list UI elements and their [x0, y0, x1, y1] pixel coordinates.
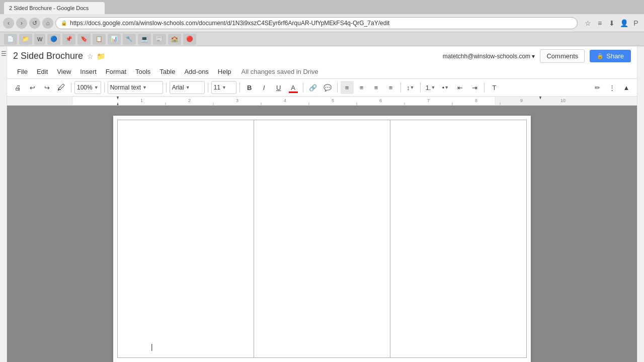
menubar: File Edit View Insert Format Tools Table…: [13, 65, 631, 78]
browser-tab[interactable]: 2 Sided Brochure - Google Docs: [4, 2, 105, 14]
nav-back-button[interactable]: ‹: [3, 18, 14, 29]
bookmark-13[interactable]: 🔴: [183, 34, 196, 45]
underline-button[interactable]: U: [272, 81, 285, 94]
menu-view[interactable]: View: [53, 66, 75, 77]
zoom-select[interactable]: 100% ▼: [74, 81, 101, 94]
right-scrollbar[interactable]: [637, 46, 644, 362]
align-justify-button[interactable]: ≡: [384, 81, 397, 94]
bookmark-8[interactable]: 📊: [108, 34, 121, 45]
svg-text:5: 5: [332, 98, 334, 103]
toolbar-divider-4: [208, 82, 208, 93]
comments-button[interactable]: Comments: [540, 49, 585, 63]
bookmark-9[interactable]: 🔧: [123, 34, 136, 45]
user-email[interactable]: matetchh@winslow-schools.com ▾: [443, 53, 535, 60]
favorite-icon[interactable]: ☆: [87, 52, 94, 60]
menu-tools[interactable]: Tools: [131, 66, 154, 77]
insert-link-button[interactable]: 🔗: [306, 81, 319, 94]
bookmark-2[interactable]: 📁: [19, 34, 32, 45]
browser-menu-icon[interactable]: ≡: [595, 18, 605, 28]
font-size-select[interactable]: 11 ▼: [211, 81, 236, 94]
style-select[interactable]: Normal text ▼: [108, 81, 163, 94]
line-spacing-button[interactable]: ↕▼: [404, 81, 417, 94]
bookmark-10[interactable]: 💻: [138, 34, 151, 45]
sidebar-menu-icon[interactable]: ☰: [0, 46, 7, 61]
svg-text:2: 2: [188, 98, 191, 103]
print-button[interactable]: 🖨: [11, 81, 24, 94]
drive-folder-icon[interactable]: 📁: [97, 52, 105, 60]
nav-home-button[interactable]: ⌂: [42, 18, 53, 29]
menu-format[interactable]: Format: [102, 66, 130, 77]
address-bar[interactable]: 🔒 https://docs.google.com/a/winslow-scho…: [55, 17, 578, 29]
bookmark-3[interactable]: W: [34, 34, 45, 45]
menu-insert[interactable]: Insert: [76, 66, 101, 77]
bookmark-1[interactable]: 📄: [4, 34, 17, 45]
font-arrow-icon: ▼: [186, 85, 190, 90]
menu-file[interactable]: File: [13, 66, 32, 77]
document-table[interactable]: [117, 120, 527, 358]
bullet-list-button[interactable]: •▼: [439, 81, 452, 94]
indent-increase-button[interactable]: ⇥: [468, 81, 481, 94]
svg-text:3: 3: [236, 98, 238, 103]
text-color-button[interactable]: A: [287, 81, 300, 94]
menu-edit[interactable]: Edit: [33, 66, 52, 77]
align-center-button[interactable]: ≡: [355, 81, 368, 94]
document-page[interactable]: |: [113, 116, 531, 362]
table-cell-2[interactable]: [254, 120, 390, 358]
bookmark-star-icon[interactable]: ☆: [583, 18, 593, 28]
svg-text:7: 7: [427, 98, 430, 103]
undo-button[interactable]: ↩: [26, 81, 39, 94]
svg-text:6: 6: [379, 98, 382, 103]
ssl-icon: 🔒: [61, 20, 67, 26]
table-cell-3[interactable]: [390, 120, 527, 358]
collapse-toolbar-button[interactable]: ▲: [620, 81, 633, 94]
url-text: https://docs.google.com/a/winslow-school…: [70, 20, 389, 27]
toolbar-divider-8: [400, 82, 401, 93]
align-right-button[interactable]: ≡: [370, 81, 383, 94]
toolbar-divider-2: [104, 82, 105, 93]
svg-text:8: 8: [475, 98, 477, 103]
numbered-list-button[interactable]: 1.▼: [424, 81, 438, 94]
bookmark-4[interactable]: 🔵: [47, 34, 60, 45]
bookmark-6[interactable]: 🔖: [77, 34, 91, 45]
toolbar-divider-1: [71, 82, 71, 93]
document-title[interactable]: 2 Sided Brochure: [13, 51, 83, 61]
bookmark-12[interactable]: 🏫: [168, 34, 181, 45]
bold-button[interactable]: B: [243, 81, 256, 94]
share-button[interactable]: 🔒 Share: [590, 50, 631, 62]
more-options-button[interactable]: ⋮: [605, 81, 618, 94]
svg-text:9: 9: [520, 98, 523, 103]
text-color-indicator: [289, 92, 298, 93]
bookmark-11[interactable]: 📰: [153, 34, 166, 45]
indent-decrease-button[interactable]: ⇤: [453, 81, 466, 94]
profile-icon[interactable]: 👤: [619, 18, 629, 28]
bookmark-5[interactable]: 📌: [62, 34, 75, 45]
align-left-button[interactable]: ≡: [341, 81, 354, 94]
bookmark-7[interactable]: 📋: [93, 34, 106, 45]
downloads-icon[interactable]: ⬇: [607, 18, 617, 28]
document-area[interactable]: |: [7, 106, 637, 362]
nav-forward-button[interactable]: ›: [16, 18, 27, 29]
toolbar-divider-9: [420, 82, 421, 93]
pinterest-icon[interactable]: P: [631, 18, 641, 28]
ruler: 1 2 3 4 5 6 7 8 9 10: [7, 97, 637, 106]
toolbar-divider-10: [484, 82, 485, 93]
insert-comment-button[interactable]: 💬: [321, 81, 334, 94]
nav-reload-button[interactable]: ↺: [29, 18, 40, 29]
toolbar-divider-3: [166, 82, 167, 93]
italic-button[interactable]: I: [258, 81, 271, 94]
redo-button[interactable]: ↪: [40, 81, 53, 94]
toolbar-divider-7: [337, 82, 338, 93]
font-size-arrow-icon: ▼: [222, 85, 226, 90]
font-select[interactable]: Arial ▼: [170, 81, 205, 94]
menu-table[interactable]: Table: [155, 66, 179, 77]
pencil-icon-button[interactable]: ✏: [591, 81, 604, 94]
menu-addons[interactable]: Add-ons: [180, 66, 212, 77]
menu-help[interactable]: Help: [214, 66, 235, 77]
svg-text:1: 1: [140, 98, 143, 103]
paint-format-button[interactable]: 🖊: [55, 81, 68, 94]
clear-formatting-button[interactable]: T: [488, 81, 501, 94]
tab-label: 2 Sided Brochure - Google Docs: [9, 5, 89, 11]
style-value: Normal text: [110, 84, 141, 91]
table-cell-1[interactable]: [118, 120, 254, 358]
toolbar-divider-6: [303, 82, 303, 93]
